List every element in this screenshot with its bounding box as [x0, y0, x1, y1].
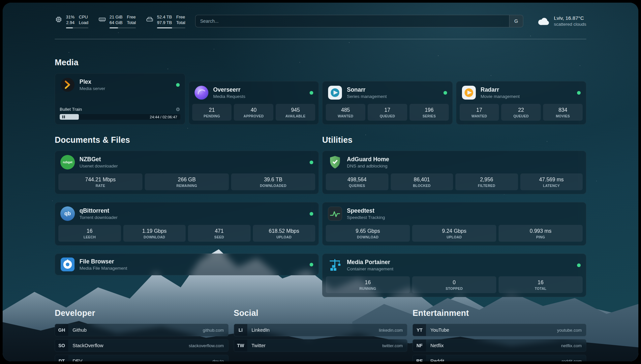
- bookmark-github[interactable]: GH Github github.com: [55, 324, 229, 336]
- memory-total-value: 64 GiB: [109, 20, 123, 25]
- cpu-progress-bar: [66, 27, 88, 28]
- bookmark-domain: twitter.com: [382, 343, 403, 348]
- service-description: Speedtest Tracking: [347, 215, 385, 220]
- stat-label: FILTERED: [457, 184, 517, 188]
- playback-progress-bar[interactable]: 24:44 / 02:06:47: [60, 114, 180, 120]
- stat-value: 21: [194, 107, 230, 113]
- snow-speck-layer: [3, 3, 3, 3]
- pause-icon[interactable]: [62, 114, 65, 120]
- stat-label: UPLOAD: [413, 235, 495, 239]
- stat: 21PENDING: [192, 104, 232, 121]
- stat-value: 86,401: [392, 176, 452, 183]
- service-name: Overseerr: [213, 86, 246, 93]
- radarr-icon: [462, 85, 476, 100]
- stat-label: LEECH: [60, 235, 120, 239]
- search-bar[interactable]: G: [195, 15, 523, 27]
- stat: 744.21 MbpsRATE: [58, 173, 142, 190]
- bookmark-name: Github: [73, 327, 87, 333]
- memory-icon: [98, 15, 106, 23]
- stat: 17WANTED: [460, 104, 499, 121]
- stat-value: 1.19 Gbps: [125, 228, 185, 234]
- stat-label: REMAINING: [146, 184, 228, 188]
- stat-value: 16: [327, 279, 409, 286]
- stat: 86,401BLOCKED: [391, 173, 453, 190]
- bookmark-domain: github.com: [203, 328, 224, 333]
- sonarr-card[interactable]: Sonarr Series management 485WANTED 17QUE…: [322, 81, 453, 125]
- stat-value: 498,564: [327, 176, 387, 183]
- stat-value: 471: [189, 228, 249, 234]
- adguard-card[interactable]: AdGuard Home DNS and adblocking 498,564Q…: [322, 151, 586, 194]
- status-dot: [310, 212, 313, 216]
- bookmark-dev[interactable]: DT DEV dev.to: [55, 355, 229, 361]
- search-provider-button[interactable]: G: [509, 15, 523, 27]
- stat-value: 485: [327, 107, 364, 113]
- section-heading-developer: Developer: [55, 308, 229, 318]
- service-name: AdGuard Home: [347, 156, 389, 163]
- stat-label: QUERIES: [327, 184, 387, 188]
- header-divider: [55, 39, 586, 39]
- bookmark-abbr: NF: [413, 340, 426, 351]
- service-description: Media server: [79, 86, 105, 91]
- overseerr-card[interactable]: Overseerr Media Requests 21PENDING 40APP…: [189, 81, 319, 125]
- status-dot: [577, 263, 581, 267]
- weather-condition: scattered clouds: [554, 21, 586, 27]
- cpu-load-value: 2.94: [66, 20, 75, 25]
- plex-card[interactable]: Plex Media server Bullet Train ⚙: [55, 73, 185, 125]
- section-utilities: Utilities AdGuard: [322, 135, 586, 297]
- portainer-card[interactable]: Media Portainer Container management 16R…: [322, 254, 586, 297]
- bookmark-group-entertainment: Entertainment YT YouTube youtube.com NF …: [412, 308, 586, 361]
- speedtest-card[interactable]: Speedtest Speedtest Tracking 9.65 GbpsDO…: [322, 202, 586, 246]
- settings-gear-icon[interactable]: ⚙: [176, 107, 180, 112]
- bookmark-reddit[interactable]: RE Reddit reddit.com: [412, 355, 586, 361]
- stat-value: 17: [369, 107, 406, 113]
- status-dot: [577, 91, 581, 95]
- bookmark-linkedin[interactable]: LI LinkedIn linkedin.com: [234, 324, 408, 336]
- stat: 40APPROVED: [234, 104, 273, 121]
- bookmark-stackoverflow[interactable]: SO StackOverflow stackoverflow.com: [55, 339, 229, 352]
- service-name: File Browser: [79, 258, 127, 265]
- service-name: Media Portainer: [347, 259, 393, 266]
- stat-value: 22: [503, 107, 539, 113]
- bookmark-twitter[interactable]: TW Twitter twitter.com: [234, 339, 408, 352]
- overseerr-icon: [194, 85, 209, 100]
- stat-label: APPROVED: [235, 114, 272, 118]
- disk-free-value: 52.4 TB: [157, 14, 172, 20]
- top-bar: 31% 2.94 CPU Load: [55, 13, 586, 30]
- nzbget-card[interactable]: nzbget NZBGet Usenet downloader 744.21 M…: [55, 151, 319, 194]
- section-heading-social: Social: [234, 308, 408, 318]
- stat-label: PENDING: [194, 114, 230, 118]
- stat-value: 196: [411, 107, 448, 113]
- bookmark-name: LinkedIn: [252, 327, 270, 333]
- speedtest-icon: [328, 206, 342, 221]
- service-name: NZBGet: [79, 156, 118, 163]
- bookmark-abbr: LI: [234, 324, 247, 336]
- section-media: Media Plex: [55, 58, 586, 125]
- bookmark-domain: dev.to: [212, 359, 224, 362]
- stat-value: 16: [500, 279, 581, 286]
- memory-total-label: Total: [127, 20, 136, 25]
- stat: 17QUEUED: [368, 104, 407, 121]
- nzbget-icon: nzbget: [60, 155, 75, 169]
- bookmark-abbr: RE: [413, 355, 426, 361]
- cpu-icon: [55, 15, 63, 23]
- stat-label: DOWNLOADED: [232, 184, 314, 188]
- stat: 22QUEUED: [501, 104, 541, 121]
- bookmark-youtube[interactable]: YT YouTube youtube.com: [412, 324, 586, 336]
- qbittorrent-card[interactable]: qb qBittorrent Torrent downloader 16LEEC…: [55, 202, 319, 246]
- stat: 618.52 MbpsUPLOAD: [253, 225, 316, 242]
- search-input[interactable]: [196, 15, 509, 27]
- stat-label: AVAILABLE: [277, 114, 314, 118]
- bookmark-netflix[interactable]: NF Netflix netflix.com: [412, 339, 586, 352]
- portainer-icon: [328, 258, 342, 272]
- bookmark-domain: reddit.com: [562, 359, 582, 362]
- service-name: qBittorrent: [79, 207, 118, 214]
- section-heading-utilities: Utilities: [322, 135, 586, 145]
- bookmark-abbr: SO: [55, 340, 68, 351]
- sonarr-icon: [328, 85, 342, 100]
- radarr-card[interactable]: Radarr Movie management 17WANTED 22QUEUE…: [456, 81, 587, 125]
- filebrowser-card[interactable]: File Browser Media File Management: [55, 254, 319, 275]
- section-heading-media: Media: [55, 58, 586, 67]
- stat-label: MOVIES: [544, 114, 581, 118]
- stat-label: RATE: [60, 184, 141, 188]
- stat-value: 9.65 Gbps: [327, 228, 409, 234]
